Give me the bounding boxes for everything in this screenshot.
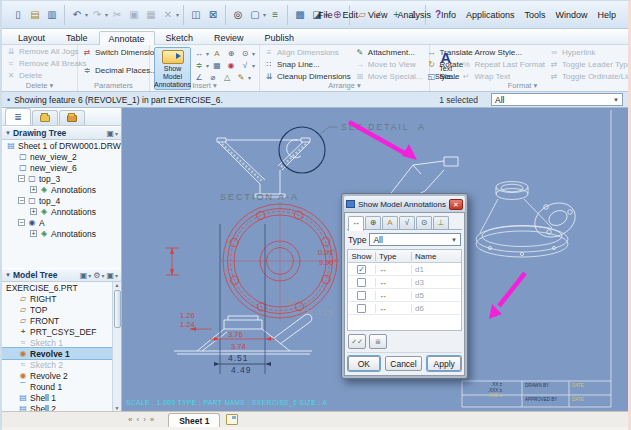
insert-table-icon[interactable]: ▦ [211, 60, 223, 71]
tree-item-top4-annotations[interactable]: +◈Annotations [2, 206, 121, 217]
print-icon[interactable]: ◫ [188, 7, 204, 23]
sheet-tab[interactable]: Sheet 1 [168, 413, 220, 428]
switch-dimensions-button[interactable]: ⇄ Switch Dimensions [80, 46, 147, 58]
menu-help[interactable]: Help [593, 8, 620, 22]
dialog-tab-datums[interactable]: ⊥ [433, 216, 449, 229]
tree-item-a-annotations[interactable]: +◈Annotations [2, 228, 121, 239]
tab-sketch[interactable]: Sketch [156, 30, 204, 44]
dialog-tab-surface-finish[interactable]: √ [399, 216, 415, 229]
toggle-leader-type-button[interactable]: ⇄ Toggle Leader Type [547, 58, 631, 70]
tree-item-top3-annotations[interactable]: +◈Annotations [2, 184, 121, 195]
tree-item-revolve-1[interactable]: ◉Revolve 1 [2, 348, 121, 359]
ord-caret-icon[interactable]: ▾ [206, 62, 209, 69]
undo-caret-icon[interactable]: ▾ [85, 11, 88, 18]
tab-favorites[interactable] [59, 110, 85, 125]
filter-caret2-icon[interactable]: ▾ [101, 272, 104, 279]
menu-applications[interactable]: Applications [462, 8, 519, 22]
new-sheet-icon[interactable] [226, 414, 238, 425]
cancel-button[interactable]: Cancel [385, 356, 423, 371]
tree-item-shell-2[interactable]: ▤Shell 2 [2, 403, 121, 411]
select-none-button[interactable]: ≣ [369, 334, 387, 349]
selection-filter-dropdown[interactable]: All ▼ [491, 93, 623, 106]
menu-analysis[interactable]: Analysis [393, 8, 435, 22]
delete-icon[interactable]: ✕ [160, 7, 176, 23]
tab-model-tree[interactable]: ≣ [5, 108, 31, 125]
expand-icon[interactable]: + [30, 208, 37, 215]
dialog-close-icon[interactable]: ✕ [449, 199, 463, 210]
redo-caret-icon[interactable]: ▾ [105, 11, 108, 18]
sfin-caret-icon[interactable]: ▾ [252, 62, 255, 69]
insert-symbol-icon[interactable]: ⊙ [239, 48, 251, 59]
prev-sheet-icon[interactable]: ‹ [136, 415, 139, 424]
remove-all-breaks-button[interactable]: ≈ Remove All Breaks [4, 58, 75, 70]
tree-item-sheet1[interactable]: ▤Sheet 1 of DRW0001.DRW [2, 140, 121, 151]
undo-icon[interactable]: ↶ [69, 7, 85, 23]
menu-edit[interactable]: Edit [339, 8, 363, 22]
tab-annotate[interactable]: Annotate [99, 31, 155, 45]
expand-icon[interactable]: + [30, 186, 37, 193]
insert-surface-finish-icon[interactable]: √ [239, 60, 251, 71]
tree-item-top-4[interactable]: −▢top_4 [2, 195, 121, 206]
annotation-row-d1[interactable]: ✓ ↔ d1 [348, 263, 461, 276]
insert-dimension-icon[interactable]: ↔ [193, 48, 205, 59]
menu-view[interactable]: View [364, 8, 391, 22]
model-tree-filter-icon[interactable]: ⚙ [93, 271, 100, 280]
checkbox-d1-checked[interactable]: ✓ [357, 265, 366, 274]
attachment-button[interactable]: ✎ Attachment... [353, 46, 425, 58]
dialog-tab-dimensions[interactable]: ↔ [348, 216, 364, 231]
save-icon[interactable]: ▥ [44, 7, 60, 23]
tree-item-top-3[interactable]: −▢top_3 [2, 173, 121, 184]
model-tree-show-icon[interactable]: ▣ [80, 271, 88, 280]
first-sheet-icon[interactable]: « [128, 415, 132, 424]
cut-icon[interactable]: ✂ [109, 7, 125, 23]
copy-icon[interactable]: ▣ [126, 7, 142, 23]
insert-gtol-icon[interactable]: ⊕ [225, 48, 237, 59]
tree-item-sketch-1[interactable]: ≈Sketch 1 [2, 337, 121, 348]
dialog-tab-symbols[interactable]: ⊙ [416, 216, 432, 229]
tree-item-revolve-2[interactable]: ◉Revolve 2 [2, 370, 121, 381]
group-arrange-footer[interactable]: Arrange ▾ [260, 81, 429, 91]
collapse-icon[interactable]: − [18, 219, 25, 226]
annotation-row-d6[interactable]: ↔ d6 [348, 302, 461, 315]
snap-line-button[interactable]: ∷ Snap Line... [262, 58, 353, 70]
menu-window[interactable]: Window [551, 8, 591, 22]
paste-icon[interactable]: ▦ [143, 7, 159, 23]
align-dimensions-button[interactable]: ≡ Align Dimensions [262, 46, 353, 58]
group-insert-footer[interactable]: Insert ▾ [150, 81, 259, 91]
tree-item-part-root[interactable]: EXERCISE_6.PRT [2, 282, 121, 293]
annotation-row-d5[interactable]: ↔ d5 [348, 289, 461, 302]
next-sheet-icon[interactable]: › [143, 415, 146, 424]
model-tree-settings-icon[interactable]: ▣ [106, 271, 114, 280]
settings-caret-icon[interactable]: ▾ [115, 272, 118, 279]
tree-item-top-plane[interactable]: ▱TOP [2, 304, 121, 315]
model-tree-collapse-icon[interactable]: ▼ [5, 272, 11, 278]
tab-folder-browser[interactable] [32, 110, 58, 125]
show-caret-icon[interactable]: ▾ [88, 272, 91, 279]
delete-button[interactable]: ✕ Delete [4, 69, 75, 81]
select-all-button[interactable]: ✓✓ [348, 334, 366, 349]
scrollbar-thumb[interactable] [114, 290, 121, 328]
dialog-tab-gtol[interactable]: ⊕ [365, 216, 381, 229]
select-box-icon[interactable]: ▢ [247, 7, 263, 23]
remove-all-jogs-button[interactable]: ⇊ Remove All Jogs [4, 46, 75, 58]
menu-tools[interactable]: Tools [520, 8, 549, 22]
drawing-tree-settings-icon[interactable]: ▣ [106, 129, 114, 138]
text-style-button[interactable]: A Text Style... [434, 47, 457, 82]
delete-caret-icon[interactable]: ▾ [176, 11, 179, 18]
repaint-icon[interactable]: ▩ [292, 7, 308, 23]
arrow-style-button[interactable]: → Arrow Style... [459, 46, 547, 58]
layers-icon[interactable]: ≡ [267, 7, 283, 23]
repeat-last-format-button[interactable]: % Repeat Last Format [459, 58, 547, 70]
tree-item-new-view-2[interactable]: ▢new_view_2 [2, 151, 121, 162]
find-icon[interactable]: ◎ [230, 7, 246, 23]
model-tree-scrollbar[interactable]: ▲ ▼ [112, 282, 121, 411]
ok-button[interactable]: OK [348, 356, 380, 371]
tree-item-round-1[interactable]: ⌒Round 1 [2, 381, 121, 392]
type-dropdown[interactable]: All ▼ [369, 233, 461, 246]
dim-caret-icon[interactable]: ▾ [206, 50, 209, 57]
insert-ordinate-dimension-icon[interactable]: ≑ [193, 60, 205, 71]
checkbox-d3[interactable] [357, 278, 366, 287]
tree-item-shell-1[interactable]: ▤Shell 1 [2, 392, 121, 403]
move-to-view-button[interactable]: → Move to View [353, 58, 425, 70]
scroll-up-icon[interactable]: ▲ [115, 282, 120, 288]
